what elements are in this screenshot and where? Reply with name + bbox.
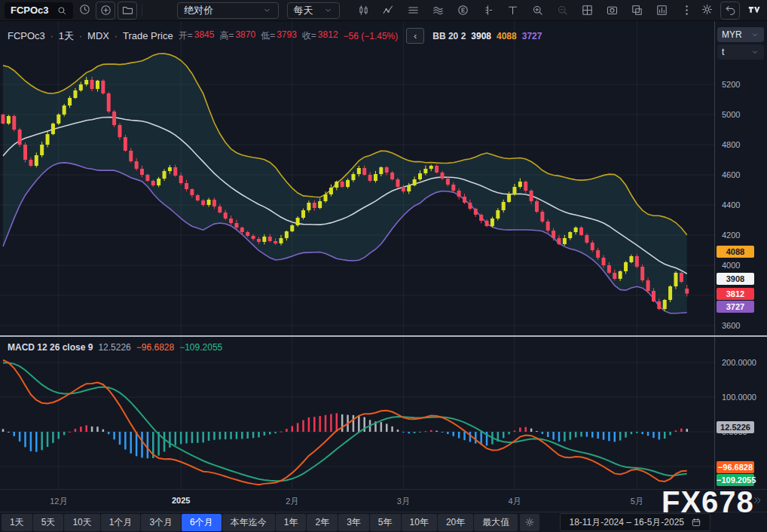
time-tick-12月: 12月 [50,496,67,507]
macd-histogram-bar [435,431,438,432]
candlestick-chart[interactable] [0,21,714,335]
chart-region: FCPOc3 · 1天 · MDX · Trade Price 开=3845 高… [0,21,767,489]
range-button-本年迄今[interactable]: 本年迄今 [222,514,275,531]
candle-body [280,238,283,243]
macd-histogram-bar [252,432,255,438]
bollinger-fill [3,54,687,313]
macd-chart[interactable] [0,337,714,489]
macd-pane[interactable]: MACD 12 26 close 9 12.5226 −96.6828 −109… [0,337,714,489]
candle-body [668,286,672,300]
panel-icon[interactable] [652,2,671,19]
macd-histogram-bar [341,414,344,432]
pip-icon[interactable] [628,2,646,19]
candle-body [73,90,77,98]
undo-icon[interactable] [720,2,740,20]
layers-icon[interactable] [404,2,422,19]
bottom-toolbar: 1天5天10天1个月3个月6个月本年迄今1年2年3年5年10年20年最大值 18… [0,512,767,532]
zoom-in-icon[interactable] [528,2,546,19]
range-button-2年[interactable]: 2年 [307,514,338,531]
folder-icon[interactable] [118,2,137,20]
macd-histogram-bar [30,432,32,451]
macd-histogram-bar [641,432,643,434]
candle-body [240,228,244,232]
tv-logo-icon[interactable] [744,2,762,18]
pane-divider-handle[interactable] [0,335,767,337]
candle-body [507,194,511,202]
grid-icon[interactable] [578,2,596,19]
candle-body [23,145,27,160]
range-button-6个月[interactable]: 6个月 [182,514,222,531]
unit-dropdown[interactable]: t [717,44,764,60]
macd-histogram-bar [180,432,182,444]
range-button-3个月[interactable]: 3个月 [141,514,181,531]
range-button-最大值[interactable]: 最大值 [474,514,518,531]
range-button-20年[interactable]: 20年 [438,514,473,531]
macd-histogram-bar [113,432,115,439]
compare-icon[interactable] [429,2,447,19]
range-button-5年[interactable]: 5年 [370,514,401,531]
candle-body [234,223,238,228]
candle-body [2,115,5,124]
price-scale-axis[interactable]: MYR t 5200500048004600440042004000380036… [714,21,767,489]
macd-histogram-bar [591,432,594,438]
candle-body [446,179,450,185]
candle-body [157,179,160,185]
range-button-3年[interactable]: 3年 [338,514,369,531]
candles-icon[interactable] [354,2,372,19]
legend-collapse-button[interactable]: ‹ [406,28,424,44]
macd-histogram-bar [163,432,166,451]
gear-icon[interactable] [698,2,716,18]
candle-body [129,151,133,161]
toolbar-right-group [698,2,762,20]
macd-histogram-bar [503,432,505,438]
indicator-icon[interactable] [379,2,397,19]
measure-icon[interactable] [478,2,497,19]
price-tick-label: 5200 [722,80,740,89]
price-mode-dropdown[interactable]: 绝对价 [177,2,278,19]
range-button-10天[interactable]: 10天 [64,514,99,531]
candle-body [474,209,478,215]
macd-histogram-bar [241,432,243,439]
macd-histogram-bar [63,432,66,435]
macd-hist-value: 12.5226 [98,342,130,353]
macd-histogram-bar [14,432,16,436]
range-settings-button[interactable] [520,514,539,531]
macd-histogram-bar [386,423,387,432]
interval-value: 每天 [294,4,313,17]
candle-body [502,202,506,210]
candle-body [335,182,338,188]
clock-icon[interactable] [75,2,93,18]
macd-histogram-bar [675,430,677,432]
macd-histogram-bar [625,432,627,438]
kebab-icon[interactable] [677,2,695,19]
price-pane[interactable]: FCPOc3 · 1天 · MDX · Trade Price 开=3845 高… [0,21,714,335]
range-button-1个月[interactable]: 1个月 [101,514,141,531]
range-button-1年[interactable]: 1年 [276,514,307,531]
snapshot-icon[interactable] [603,2,621,19]
time-axis[interactable]: 12月20252月3月4月5月 [0,489,767,512]
currency-dropdown[interactable]: MYR [717,27,764,42]
candle-body [107,93,111,112]
macd-histogram-bar [447,432,449,434]
macd-histogram-bar [636,432,638,433]
zoom-out-icon[interactable] [553,2,571,19]
interval-dropdown[interactable]: 每天 [287,2,340,19]
candle-body [268,237,272,241]
range-button-10年[interactable]: 10年 [402,514,437,531]
range-button-5天[interactable]: 5天 [33,514,64,531]
text-icon[interactable] [503,2,521,19]
symbol-search-input[interactable]: FCPOc3 [5,2,73,19]
macd-histogram-bar [80,427,82,432]
range-button-1天[interactable]: 1天 [2,514,32,531]
pip-icon [631,4,643,17]
folder-icon [121,4,134,17]
candle-body [435,166,439,173]
last-price-badge: 3812 [717,288,754,300]
candle-body [374,174,377,181]
calendar-icon [691,517,701,527]
macd-histogram-bar [536,431,538,432]
events-icon[interactable] [454,2,472,19]
price-tick-label: 4400 [722,200,740,209]
add-circle-icon[interactable] [96,2,115,20]
macd-histogram-bar [8,432,10,433]
